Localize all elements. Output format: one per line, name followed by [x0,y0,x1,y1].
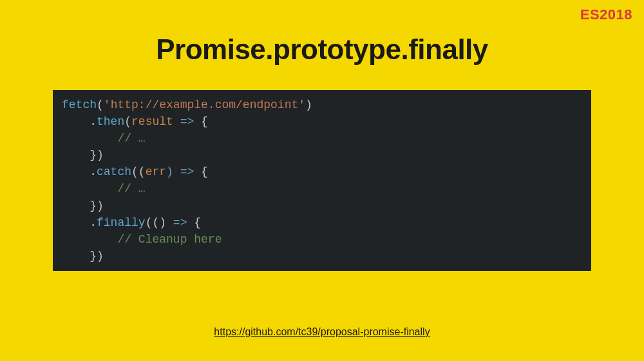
code-token: // … [117,182,145,195]
footer-link-container: https://github.com/tc39/proposal-promise… [0,326,644,338]
code-token: result [131,115,173,128]
code-token: { [194,216,201,229]
code-token: . [62,216,97,229]
code-token: . [62,115,97,128]
code-token: 'http://example.com/endpoint' [104,98,305,111]
slide-title: Promise.prototype.finally [0,33,644,66]
code-token: (( [131,165,146,178]
code-token: => [173,216,194,229]
code-token [62,149,90,162]
code-token [62,233,117,246]
code-token: catch [97,165,131,178]
version-badge: ES2018 [580,6,632,23]
code-token [62,199,90,212]
code-token: fetch [62,98,97,111]
code-token: }) [90,199,104,212]
code-token: then [97,115,124,128]
code-token: . [62,165,97,178]
proposal-link[interactable]: https://github.com/tc39/proposal-promise… [214,326,430,337]
code-token: { [201,115,208,128]
code-token: => [173,115,201,128]
code-block: fetch('http://example.com/endpoint') .th… [53,90,591,271]
code-token: ) => [166,165,201,178]
code-token: { [201,165,208,178]
code-token: ( [124,115,131,128]
code-token: (() [146,216,173,229]
code-token: }) [90,149,104,162]
code-token: // Cleanup here [117,233,222,246]
code-token: finally [97,216,146,229]
code-token: ( [97,98,104,111]
code-token [62,182,117,195]
code-token: }) [90,250,104,263]
code-token: ) [305,98,312,111]
code-token: err [146,165,166,178]
code-token: // … [117,132,145,145]
code-token [62,132,117,145]
code-token [62,250,90,263]
